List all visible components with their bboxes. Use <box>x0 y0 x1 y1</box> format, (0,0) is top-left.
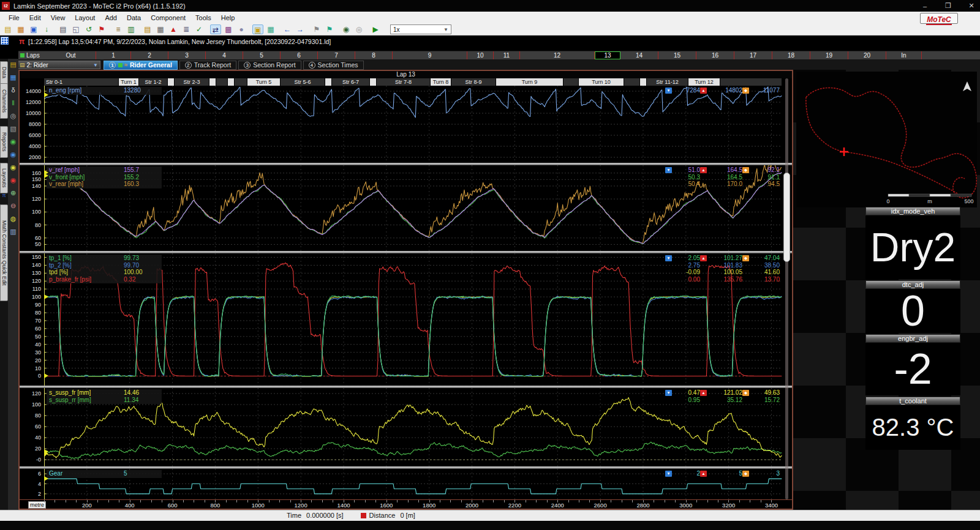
vertical-scrollbar[interactable] <box>783 78 790 499</box>
zoom-in-icon[interactable]: ⊕ <box>9 188 18 198</box>
save-icon[interactable]: ▣ <box>28 24 39 34</box>
section-segment[interactable] <box>235 78 247 86</box>
check-report-icon[interactable]: ✓ <box>194 24 205 34</box>
minimize-button[interactable]: – <box>921 2 929 10</box>
numbers-icon[interactable]: ▥ <box>9 227 18 237</box>
zoom-out-icon[interactable]: ⊖ <box>9 201 18 211</box>
compare-icon[interactable]: ‖ <box>9 99 18 108</box>
print-preview-icon[interactable]: ◱ <box>70 24 81 34</box>
math-grid-icon[interactable]: ▦ <box>265 24 276 34</box>
zoom-user-off-icon[interactable]: ◎ <box>353 24 364 34</box>
lap-cell-6[interactable]: 6 <box>281 51 318 59</box>
lap-cell-10[interactable]: 10 <box>467 51 494 59</box>
lap-cell-4[interactable]: 4 <box>206 51 243 59</box>
pin-icon[interactable]: ⚑ <box>96 24 107 34</box>
zoom-search-icon[interactable]: ◎ <box>9 111 18 121</box>
lap-cell-17[interactable]: 17 <box>734 51 772 59</box>
lap-cell-5[interactable]: 5 <box>243 51 281 59</box>
delta-icon[interactable]: δ <box>9 86 18 95</box>
sidebar-tab-data[interactable]: Data <box>0 61 8 84</box>
new-file-icon[interactable]: ▤ <box>2 24 13 34</box>
data-view-icon[interactable]: ▦ <box>9 73 18 83</box>
chart-window[interactable]: Lap 13 Str 0-1Turn 1Str 1-2Str 2-3Turn 5… <box>18 70 793 510</box>
menu-add[interactable]: Add <box>100 13 122 23</box>
menu-component[interactable]: Component <box>146 13 190 23</box>
lap-cell-1[interactable]: 1 <box>96 51 131 59</box>
menu-edit[interactable]: Edit <box>24 13 46 23</box>
track-map[interactable]: 0 m 500 <box>796 72 977 207</box>
section-segment[interactable] <box>228 78 235 86</box>
grid-display-icon[interactable]: ▩ <box>223 24 234 34</box>
playback-speed-select[interactable]: 1x▼ <box>390 24 451 34</box>
gauge-green-icon[interactable]: ◉ <box>9 137 18 147</box>
chart-gear[interactable]: 642Gear5▼2▲5◆3 <box>20 469 792 502</box>
values-icon[interactable]: ▧ <box>9 124 18 134</box>
tab-rider-general[interactable]: 1≈Rider General <box>104 61 178 70</box>
track-sections-bar[interactable]: Str 0-1Turn 1Str 1-2Str 2-3Turn 5Str 5-6… <box>44 78 782 86</box>
section-turn-12[interactable]: Turn 12 <box>688 78 720 86</box>
gauge-blue-icon[interactable]: ◉ <box>9 150 18 160</box>
calculator-icon[interactable]: ▦ <box>155 24 166 34</box>
open-file-icon[interactable]: ▦ <box>15 24 26 34</box>
lap-cell-out[interactable]: Out <box>46 51 96 59</box>
chart-rpm[interactable]: 1400012000100008000600040002000n_eng [rp… <box>20 86 792 163</box>
play-icon[interactable]: ▶ <box>370 24 381 34</box>
section-str-0-1[interactable]: Str 0-1 <box>44 78 119 86</box>
section-str-8-9[interactable]: Str 8-9 <box>451 78 496 86</box>
tab-section-report[interactable]: 3Section Report <box>238 61 301 70</box>
section-segment[interactable] <box>564 78 579 86</box>
section-segment[interactable] <box>640 78 647 86</box>
section-str-7-8[interactable]: Str 7-8 <box>377 78 431 86</box>
lap-cell-14[interactable]: 14 <box>620 51 658 59</box>
sidebar-tab-layouts[interactable]: Layouts <box>0 163 8 193</box>
worksheet-selector[interactable]: ▤ 2: Rider ▼ <box>17 61 100 69</box>
lap-cell-9[interactable]: 9 <box>393 51 467 59</box>
gauge-t_coolant[interactable]: t_coolant82.3 °C <box>865 397 960 450</box>
print-icon[interactable]: ▤ <box>58 24 69 34</box>
section-str-1-2[interactable]: Str 1-2 <box>139 78 168 86</box>
menu-data[interactable]: Data <box>122 13 146 23</box>
menu-help[interactable]: Help <box>216 13 240 23</box>
zoom-user-icon[interactable]: ◉ <box>341 24 352 34</box>
section-turn-5[interactable]: Turn 5 <box>247 78 281 86</box>
section-str-5-6[interactable]: Str 5-6 <box>281 78 325 86</box>
lap-cell-16[interactable]: 16 <box>696 51 734 59</box>
scrollbar-thumb[interactable] <box>783 173 790 262</box>
time-icon[interactable]: ● <box>236 24 247 34</box>
section-segment[interactable] <box>168 78 175 86</box>
flag-gray-icon[interactable]: ⚑ <box>311 24 322 34</box>
section-turn-9[interactable]: Turn 9 <box>496 78 564 86</box>
excel-export-icon[interactable]: ▥ <box>126 24 137 34</box>
section-segment[interactable] <box>209 78 216 86</box>
lap-cell-15[interactable]: 15 <box>658 51 696 59</box>
chart-throttle[interactable]: 1501401301201101009080706050403020100tp_… <box>20 253 792 386</box>
lap-cell-11[interactable]: 11 <box>494 51 520 59</box>
refresh-icon[interactable]: ↺ <box>83 24 94 34</box>
lap-cell-3[interactable]: 3 <box>168 51 206 59</box>
section-turn-10[interactable]: Turn 10 <box>579 78 624 86</box>
axis-unit-label[interactable]: metre <box>28 501 46 509</box>
overlay-laps-icon[interactable]: ⇄ <box>210 24 221 34</box>
alarm-icon[interactable]: ▲ <box>168 24 179 34</box>
tab-section-times[interactable]: 4Section Times <box>303 61 364 70</box>
gauge-yellow-icon[interactable]: ◉ <box>9 163 18 173</box>
maximize-button[interactable]: ❒ <box>944 2 952 10</box>
section-segment[interactable] <box>370 78 377 86</box>
lap-cell-13[interactable]: 13 <box>595 51 620 59</box>
export-icon[interactable]: ↓ <box>41 24 52 34</box>
data-grid-icon[interactable] <box>1 37 9 45</box>
menu-file[interactable]: File <box>4 13 24 23</box>
lap-cell-20[interactable]: 20 <box>848 51 886 59</box>
list-icon[interactable]: ≣ <box>181 24 192 34</box>
lap-cell-19[interactable]: 19 <box>810 51 848 59</box>
close-button[interactable]: ✕ <box>968 2 975 10</box>
gauge-idx_mode_veh[interactable]: idx_mode_vehDry2 <box>865 207 960 279</box>
section-segment[interactable] <box>216 78 228 86</box>
edit-icon[interactable]: ≡ <box>113 24 124 34</box>
stack-icon[interactable]: ▤ <box>142 24 153 34</box>
prev-lap-icon[interactable]: ← <box>282 24 293 34</box>
section-str-11-12[interactable]: Str 11-12 <box>647 78 688 86</box>
lap-cell-7[interactable]: 7 <box>318 51 355 59</box>
section-turn-1[interactable]: Turn 1 <box>119 78 139 86</box>
menu-tools[interactable]: Tools <box>190 13 216 23</box>
